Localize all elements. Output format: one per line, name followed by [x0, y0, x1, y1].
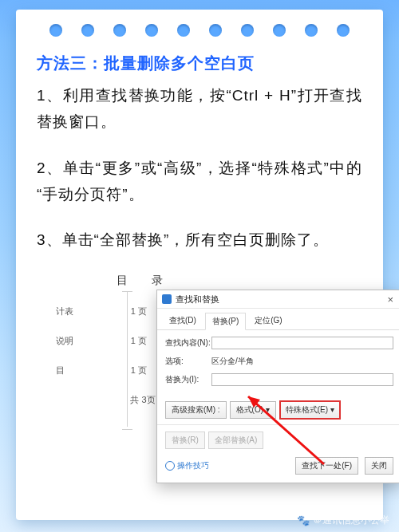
find-input[interactable] [211, 337, 393, 349]
dialog-title: 查找和替换 [176, 294, 384, 305]
app-icon [162, 294, 172, 304]
label-replace: 替换为(I): [165, 374, 211, 385]
format-button[interactable]: 格式(O) ▾ [230, 401, 276, 419]
find-next-button[interactable]: 查找下一处(F) [295, 457, 358, 475]
replace-button[interactable]: 替换(R) [165, 432, 205, 449]
find-replace-dialog: 查找和替换 × 查找(D) 替换(P) 定位(G) 查找内容(N): 选项: 区… [156, 290, 399, 483]
label-find: 查找内容(N): [165, 337, 211, 349]
replace-input[interactable] [211, 373, 393, 386]
advanced-search-button[interactable]: 高级搜索(M) : [165, 401, 227, 419]
screenshot-composite: 目 录 计表1 页 说明1 页 目1 页 共 3页 查找和替换 × 查找(D) … [37, 269, 362, 452]
doc-heading: 目 录 [51, 274, 235, 288]
tab-goto[interactable]: 定位(G) [247, 312, 289, 329]
section-title: 方法三：批量删除多个空白页 [37, 53, 362, 74]
dialog-titlebar: 查找和替换 × [157, 290, 399, 309]
special-format-button[interactable]: 特殊格式(E) ▾ [279, 400, 341, 420]
replace-all-button[interactable]: 全部替换(A) [208, 432, 263, 449]
close-icon[interactable]: × [384, 294, 397, 305]
tab-replace[interactable]: 替换(P) [205, 313, 246, 330]
binder-holes [16, 24, 383, 41]
step-2: 2、单击“更多”或“高级”，选择“特殊格式”中的“手动分页符”。 [37, 155, 362, 208]
tab-find[interactable]: 查找(D) [162, 312, 203, 329]
step-1: 1、利用查找替换功能，按“Ctrl + H”打开查找替换窗口。 [37, 82, 362, 136]
step-3: 3、单击“全部替换”，所有空白页删除了。 [37, 227, 362, 253]
author-watermark: 🐾 ＠通讯信息小公举 [297, 514, 389, 527]
tips-link[interactable]: 操作技巧 [165, 460, 209, 471]
dialog-tabs: 查找(D) 替换(P) 定位(G) [157, 309, 399, 330]
options-value: 区分全/半角 [211, 356, 254, 367]
paw-icon: 🐾 [297, 514, 310, 526]
close-button[interactable]: 关闭 [365, 457, 393, 475]
dialog-body: 查找内容(N): 选项: 区分全/半角 替换为(I): [157, 330, 399, 397]
vertical-ruler [127, 291, 128, 427]
note-paper: 方法三：批量删除多个空白页 1、利用查找替换功能，按“Ctrl + H”打开查找… [16, 10, 383, 520]
label-options: 选项: [165, 356, 211, 367]
